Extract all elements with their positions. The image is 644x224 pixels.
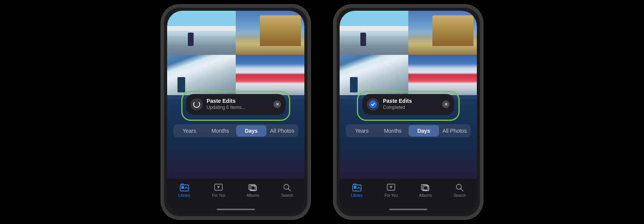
tab-albums-label-left: Albums <box>246 193 259 198</box>
tab-library-label-right: Library <box>351 193 363 198</box>
toast-text-left: Paste Edits Updating 6 Items... <box>207 98 269 110</box>
photo-ski-right <box>340 11 408 55</box>
svg-point-3 <box>182 183 184 184</box>
phone-frame-left: Paste Edits Updating 6 Items... ✕ Years … <box>161 5 310 219</box>
home-indicator-right <box>389 209 427 210</box>
photo-slope-right <box>340 55 408 99</box>
heart-icon-left <box>214 183 223 193</box>
photo-racer-right <box>408 55 477 99</box>
toast-close-right[interactable]: ✕ <box>442 100 450 108</box>
close-icon-right: ✕ <box>444 102 448 107</box>
phone-screen-left: Paste Edits Updating 6 Items... ✕ Years … <box>167 11 304 213</box>
svg-rect-11 <box>354 186 356 189</box>
tab-library-left[interactable]: Library <box>167 183 202 198</box>
tab-albums-label-right: Albums <box>419 193 432 198</box>
tab-search-right[interactable]: Search <box>443 183 477 198</box>
toast-status-icon-right <box>367 98 379 110</box>
tab-foryou-label-right: For You <box>384 193 398 198</box>
search-icon-left <box>282 183 292 193</box>
phone-right: Paste Edits Completed ✕ Years Months Day… <box>334 5 483 219</box>
segment-months-left[interactable]: Months <box>205 125 236 137</box>
svg-rect-1 <box>181 186 184 189</box>
photo-ski-left <box>167 11 236 55</box>
photo-col-1 <box>167 11 236 99</box>
svg-point-12 <box>353 183 355 184</box>
bottom-area-left: Paste Edits Updating 6 Items... ✕ Years … <box>167 95 304 213</box>
photos-grid-right <box>340 11 477 99</box>
close-icon-left: ✕ <box>276 102 279 107</box>
phone-screen-right: Paste Edits Completed ✕ Years Months Day… <box>340 11 477 213</box>
segment-days-left[interactable]: Days <box>236 125 267 137</box>
svg-point-13 <box>355 183 356 184</box>
segment-years-left[interactable]: Years <box>174 125 205 137</box>
bottom-area-right: Paste Edits Completed ✕ Years Months Day… <box>340 95 477 213</box>
loading-spinner-left <box>193 101 200 108</box>
home-indicator-left <box>217 209 255 210</box>
tab-albums-left[interactable]: Albums <box>236 183 270 198</box>
toast-title-left: Paste Edits <box>207 98 269 104</box>
tab-search-label-left: Search <box>281 193 293 198</box>
toast-left: Paste Edits Updating 6 Items... ✕ <box>186 94 286 115</box>
tab-bar-right: Library For You <box>340 179 477 213</box>
svg-line-9 <box>288 189 291 191</box>
photo-col-2 <box>236 11 304 99</box>
albums-icon-right <box>421 183 430 193</box>
library-icon-right <box>352 183 362 193</box>
tab-library-right[interactable]: Library <box>340 183 374 198</box>
photos-grid-left <box>167 11 304 99</box>
toast-subtitle-left: Updating 6 Items... <box>207 105 269 111</box>
tab-search-label-right: Search <box>453 193 466 198</box>
search-icon-right <box>455 183 465 193</box>
toast-subtitle-right: Completed <box>383 105 438 111</box>
albums-icon-left <box>248 183 258 193</box>
photo-racer-left <box>236 55 304 99</box>
svg-line-19 <box>461 189 463 191</box>
tab-albums-right[interactable]: Albums <box>408 183 443 198</box>
toast-close-left[interactable]: ✕ <box>273 100 281 108</box>
library-icon-left <box>179 183 189 193</box>
tab-foryou-label-left: For You <box>212 193 225 198</box>
segment-allphotos-right[interactable]: All Photos <box>439 125 470 137</box>
checkmark-icon-right <box>371 102 375 107</box>
tab-foryou-right[interactable]: For You <box>374 183 409 198</box>
tab-library-label-left: Library <box>178 193 190 198</box>
photo-building-left <box>236 11 304 55</box>
toast-title-right: Paste Edits <box>383 98 438 104</box>
tab-search-left[interactable]: Search <box>270 183 305 198</box>
segment-days-right[interactable]: Days <box>409 125 439 137</box>
phone-left: Paste Edits Updating 6 Items... ✕ Years … <box>161 5 310 219</box>
segment-months-right[interactable]: Months <box>378 125 408 137</box>
photo-building-right <box>408 11 477 55</box>
svg-point-2 <box>181 183 182 184</box>
segment-control-left: Years Months Days All Photos <box>173 124 298 137</box>
segment-allphotos-left[interactable]: All Photos <box>267 125 297 137</box>
toast-right: Paste Edits Completed ✕ <box>362 94 454 115</box>
tab-foryou-left[interactable]: For You <box>202 183 236 198</box>
segment-control-right: Years Months Days All Photos <box>346 124 471 137</box>
phone-frame-right: Paste Edits Completed ✕ Years Months Day… <box>334 5 483 219</box>
toast-status-icon-left <box>191 98 203 110</box>
check-circle-right <box>369 100 377 108</box>
photo-slope-left <box>167 55 236 99</box>
toast-text-right: Paste Edits Completed <box>383 98 438 110</box>
tab-bar-left: Library For You <box>167 179 304 213</box>
heart-icon-right <box>386 183 396 193</box>
segment-years-right[interactable]: Years <box>347 125 377 137</box>
photo-col-r1 <box>340 11 408 99</box>
photo-col-r2 <box>408 11 477 99</box>
